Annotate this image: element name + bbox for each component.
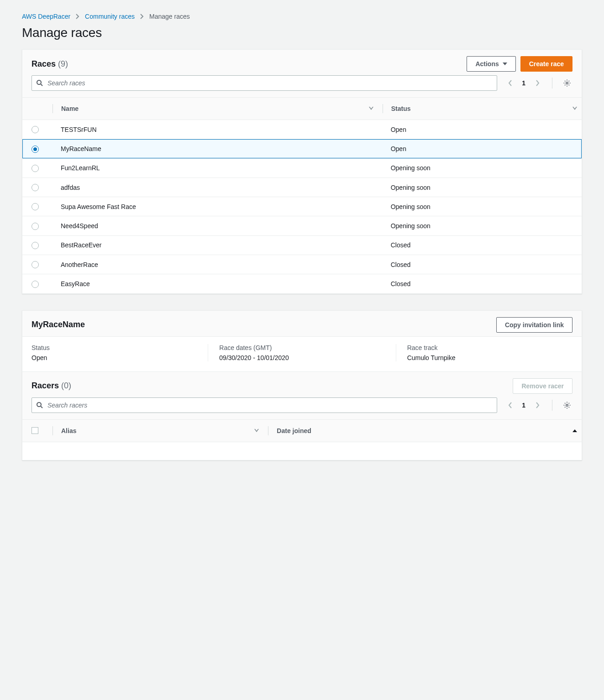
chevron-right-icon [140,14,144,19]
racers-count: (0) [61,381,71,390]
sort-icon [254,429,259,433]
races-pagination: 1 [504,78,543,89]
next-page-button[interactable] [532,78,543,89]
race-status-cell: Opening soon [378,197,582,216]
race-status-cell: Opening soon [378,178,582,197]
race-status-cell: Closed [378,235,582,255]
sort-asc-icon [572,429,577,432]
page-number: 1 [519,402,528,409]
copy-invitation-link-button[interactable]: Copy invitation link [496,317,572,333]
race-name-cell: BestRaceEver [48,235,378,255]
select-all-checkbox[interactable] [32,427,38,434]
races-panel: Races (9) Actions Create race 1 [22,49,582,294]
table-row[interactable]: BestRaceEverClosed [22,235,582,255]
race-dates-value: 09/30/2020 - 10/01/2020 [219,354,384,361]
race-track-label: Race track [407,344,572,351]
breadcrumb-link-deepracer[interactable]: AWS DeepRacer [22,13,70,20]
column-header-alias[interactable]: Alias [48,419,263,442]
table-row[interactable]: AnotherRaceClosed [22,255,582,274]
page-title: Manage races [22,26,582,40]
table-row[interactable]: Fun2LearnRLOpening soon [22,158,582,178]
svg-point-5 [566,404,568,406]
races-panel-title: Races (9) [32,59,68,69]
svg-line-1 [41,84,43,86]
row-radio[interactable] [32,184,39,191]
racers-pagination: 1 [504,400,543,411]
race-dates-label: Race dates (GMT) [219,344,384,351]
chevron-right-icon [76,14,79,19]
search-icon [36,402,43,409]
caret-down-icon [503,63,507,65]
prev-page-button[interactable] [504,400,515,411]
race-status-cell: Open [378,139,582,158]
table-row[interactable]: Supa Awesome Fast RaceOpening soon [22,197,582,216]
race-status-cell: Open [378,120,582,139]
racers-table: Alias Date joined [22,419,582,460]
row-radio[interactable] [32,261,39,268]
row-radio[interactable] [32,223,39,230]
column-header-date-joined[interactable]: Date joined [263,419,582,442]
remove-racer-button[interactable]: Remove racer [513,378,572,394]
race-status-cell: Opening soon [378,158,582,178]
divider [552,78,552,89]
svg-point-2 [566,82,568,84]
column-header-name[interactable]: Name [48,98,378,120]
row-radio[interactable] [32,165,39,172]
racers-panel-title: Racers (0) [32,381,71,391]
detail-panel-title: MyRaceName [32,320,85,329]
table-row[interactable]: EasyRaceClosed [22,274,582,293]
race-name-cell: Fun2LearnRL [48,158,378,178]
race-name-cell: Need4Speed [48,216,378,235]
race-name-cell: Supa Awesome Fast Race [48,197,378,216]
next-page-button[interactable] [532,400,543,411]
row-radio[interactable] [32,203,39,210]
race-status-cell: Opening soon [378,216,582,235]
page-number: 1 [519,79,528,87]
settings-button[interactable] [562,400,572,411]
breadcrumb-link-community-races[interactable]: Community races [85,13,135,20]
table-row[interactable]: TESTSrFUNOpen [22,120,582,139]
settings-button[interactable] [562,78,572,89]
row-radio[interactable] [32,281,39,288]
prev-page-button[interactable] [504,78,515,89]
table-row[interactable]: MyRaceNameOpen [22,139,582,158]
search-racers-input[interactable] [32,397,497,413]
race-status-cell: Closed [378,255,582,274]
svg-point-0 [37,80,41,84]
races-count: (9) [58,59,68,68]
race-detail-panel: MyRaceName Copy invitation link Status O… [22,310,582,461]
column-header-status[interactable]: Status [378,98,582,120]
races-table: Name Status TESTSrFUNOpenMyRaceNameOpenF… [22,97,582,293]
actions-dropdown-button[interactable]: Actions [467,56,515,72]
race-status-cell: Closed [378,274,582,293]
table-row[interactable]: adfdasOpening soon [22,178,582,197]
breadcrumb: AWS DeepRacer Community races Manage rac… [22,13,582,20]
race-name-cell: EasyRace [48,274,378,293]
row-radio[interactable] [32,146,39,153]
race-name-cell: MyRaceName [48,139,378,158]
status-value: Open [32,354,197,361]
search-races-input[interactable] [32,75,497,91]
row-radio[interactable] [32,126,39,133]
divider [552,400,552,411]
race-name-cell: adfdas [48,178,378,197]
race-track-value: Cumulo Turnpike [407,354,572,361]
breadcrumb-current: Manage races [149,13,190,20]
race-name-cell: TESTSrFUN [48,120,378,139]
create-race-button[interactable]: Create race [520,56,572,72]
sort-icon [572,107,577,110]
sort-icon [369,107,373,110]
svg-line-4 [41,406,43,408]
search-icon [36,79,43,87]
table-row[interactable]: Need4SpeedOpening soon [22,216,582,235]
race-name-cell: AnotherRace [48,255,378,274]
status-label: Status [32,344,197,351]
row-radio[interactable] [32,242,39,249]
svg-point-3 [37,402,41,407]
